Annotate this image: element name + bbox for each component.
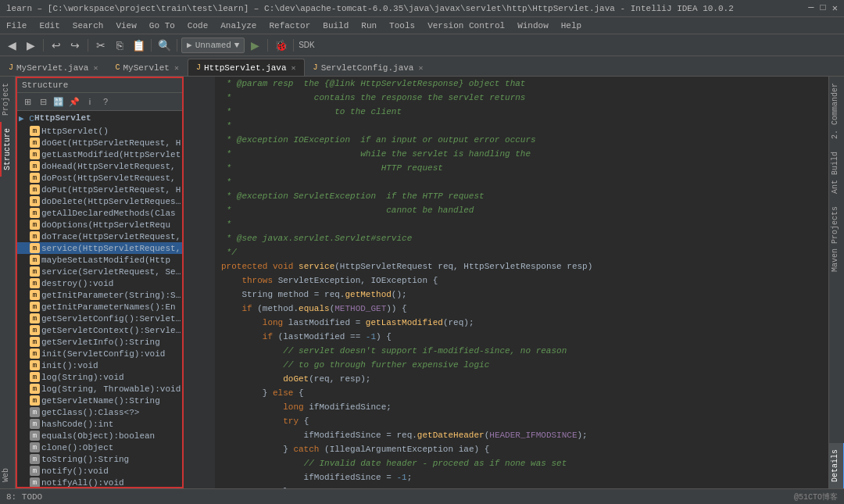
close-btn[interactable]: ✕ <box>832 2 838 14</box>
menu-help[interactable]: Help <box>555 17 588 34</box>
struct-item-24[interactable]: m getClass():Class<?> <box>17 406 182 418</box>
struct-btn-6[interactable]: ? <box>98 95 113 109</box>
right-tab-ant[interactable]: Ant Build <box>829 145 845 200</box>
menu-code[interactable]: Code <box>181 17 214 34</box>
menu-file[interactable]: File <box>0 17 33 34</box>
tab-myservlet[interactable]: C MyServlet ✕ <box>106 59 187 76</box>
paste-btn[interactable]: 📋 <box>130 37 147 54</box>
struct-item-label-25: hashCode():int <box>41 420 113 429</box>
menu-build[interactable]: Build <box>316 17 355 34</box>
undo-btn[interactable]: ↩ <box>48 37 65 54</box>
code-line: } <box>221 484 822 488</box>
todo-label[interactable]: 8: TODO <box>6 492 42 502</box>
struct-item-7[interactable]: m getAllDeclaredMethods(Clas <box>17 207 182 219</box>
redo-btn[interactable]: ↪ <box>66 37 84 54</box>
menu-analyze[interactable]: Analyze <box>214 17 263 34</box>
code-line: // servlet doesn't support if-modified-s… <box>221 344 822 358</box>
menu-window[interactable]: Window <box>511 17 555 34</box>
struct-btn-5[interactable]: i <box>83 95 97 109</box>
struct-item-16[interactable]: m getServletConfig():ServletCo <box>17 313 182 324</box>
cut-btn[interactable]: ✂ <box>92 37 109 54</box>
struct-item-5[interactable]: m doPut(HttpServletRequest, H <box>17 184 182 195</box>
tab-close[interactable]: ✕ <box>291 63 296 73</box>
tab-close[interactable]: ✕ <box>174 63 179 73</box>
right-tab-details[interactable]: Details <box>829 443 845 488</box>
method-icon-7: m <box>30 208 40 218</box>
struct-item-26[interactable]: m equals(Object):boolean <box>17 430 182 441</box>
code-scroll[interactable]: * @param resp the {@link HttpServletResp… <box>184 77 828 488</box>
struct-item-17[interactable]: m getServletContext():ServletC <box>17 324 182 336</box>
code-line: * <box>221 119 822 133</box>
struct-item-29[interactable]: m notify():void <box>17 465 182 477</box>
tab-close[interactable]: ✕ <box>93 63 98 73</box>
struct-item-8[interactable]: m doOptions(HttpServletRequ <box>17 219 182 231</box>
struct-item-6[interactable]: m doDelete(HttpServletRequest, <box>17 195 182 207</box>
struct-item-19[interactable]: m init(ServletConfig):void <box>17 348 182 359</box>
run-btn[interactable]: ▶ <box>246 37 263 54</box>
back-btn[interactable]: ◀ <box>3 37 20 54</box>
menu-tools[interactable]: Tools <box>383 17 421 34</box>
struct-item-14[interactable]: m getInitParameter(String):Str <box>17 289 182 301</box>
struct-item-12[interactable]: m service(ServletRequest, Serv <box>17 266 182 277</box>
struct-item-label-18: getServletInfo():String <box>41 338 160 347</box>
tab-label: MyServlet <box>123 63 169 73</box>
struct-item-2[interactable]: m getLastModified(HttpServlet <box>17 148 182 160</box>
struct-btn-4[interactable]: 📌 <box>67 95 81 109</box>
menu-goto[interactable]: Go To <box>143 17 181 34</box>
struct-item-28[interactable]: m toString():String <box>17 453 182 465</box>
struct-item-18[interactable]: m getServletInfo():String <box>17 336 182 348</box>
menu-search[interactable]: Search <box>66 17 110 34</box>
method-icon-3: m <box>30 161 40 171</box>
struct-item-4[interactable]: m doPost(HttpServletRequest, <box>17 172 182 184</box>
struct-btn-1[interactable]: ⊞ <box>20 95 34 109</box>
struct-item-9[interactable]: m doTrace(HttpServletRequest, <box>17 231 182 242</box>
struct-item-15[interactable]: m getInitParameterNames():En <box>17 301 182 313</box>
copy-btn[interactable]: ⎘ <box>111 37 128 54</box>
struct-item-10[interactable]: m service(HttpServletRequest, <box>17 242 182 254</box>
title-bar: learn – [C:\workspace\project\train\test… <box>0 0 844 17</box>
struct-root[interactable]: ▶ C HttpServlet <box>17 111 182 125</box>
menu-edit[interactable]: Edit <box>33 17 66 34</box>
sdk-btn[interactable]: SDK <box>298 37 315 54</box>
tab-servletconfig-java[interactable]: J ServletConfig.java ✕ <box>305 59 432 76</box>
struct-item-label-23: getServletName():String <box>41 396 160 406</box>
minimize-btn[interactable]: — <box>808 2 814 14</box>
tab-httpservlet-java[interactable]: J HttpServlet.java ✕ <box>188 59 305 76</box>
struct-btn-3[interactable]: 🔡 <box>52 95 66 109</box>
tab-close[interactable]: ✕ <box>418 63 423 73</box>
tab-myservlet-java[interactable]: J MyServlet.java ✕ <box>0 59 106 76</box>
struct-btn-2[interactable]: ⊟ <box>36 95 50 109</box>
menu-run[interactable]: Run <box>355 17 383 34</box>
config-dropdown[interactable]: ▶ Unnamed ▼ <box>181 38 245 53</box>
menu-refactor[interactable]: Refactor <box>263 17 316 34</box>
debug-btn[interactable]: 🐞 <box>272 37 289 54</box>
struct-item-23[interactable]: m getServletName():String <box>17 395 182 406</box>
sidebar-tab-structure[interactable]: Structure <box>0 122 16 177</box>
struct-item-0[interactable]: m HttpServlet() <box>17 125 182 137</box>
struct-item-21[interactable]: m log(String):void <box>17 371 182 383</box>
struct-item-27[interactable]: m clone():Object <box>17 441 182 453</box>
struct-item-11[interactable]: m maybeSetLastModified(Http <box>17 254 182 266</box>
title-text: learn – [C:\workspace\project\train\test… <box>6 4 734 13</box>
sidebar-tab-project[interactable]: Project <box>0 77 16 122</box>
struct-item-30[interactable]: m notifyAll():void <box>17 477 182 487</box>
sidebar-tab-web[interactable]: Web <box>0 462 16 488</box>
method-icon-28: m <box>30 454 40 464</box>
struct-item-1[interactable]: m doGet(HttpServletRequest, H <box>17 137 182 148</box>
code-line: doGet(req, resp); <box>221 372 822 386</box>
tab-icon: J <box>9 63 13 72</box>
struct-item-25[interactable]: m hashCode():int <box>17 418 182 430</box>
maximize-btn[interactable]: □ <box>821 2 826 14</box>
find-btn[interactable]: 🔍 <box>156 37 173 54</box>
struct-item-20[interactable]: m init():void <box>17 359 182 371</box>
menu-vcs[interactable]: Version Control <box>421 17 511 34</box>
menu-view[interactable]: View <box>109 17 142 34</box>
struct-item-13[interactable]: m destroy():void <box>17 277 182 289</box>
struct-item-label-0: HttpServlet() <box>41 127 109 136</box>
right-tab-commander[interactable]: 2. Commander <box>829 77 845 145</box>
struct-item-22[interactable]: m log(String, Throwable):void <box>17 383 182 395</box>
struct-item-3[interactable]: m doHead(HttpServletRequest, <box>17 160 182 172</box>
right-tab-maven[interactable]: Maven Projects <box>829 200 845 278</box>
forward-btn[interactable]: ▶ <box>22 37 39 54</box>
method-icon-10: m <box>30 243 40 253</box>
